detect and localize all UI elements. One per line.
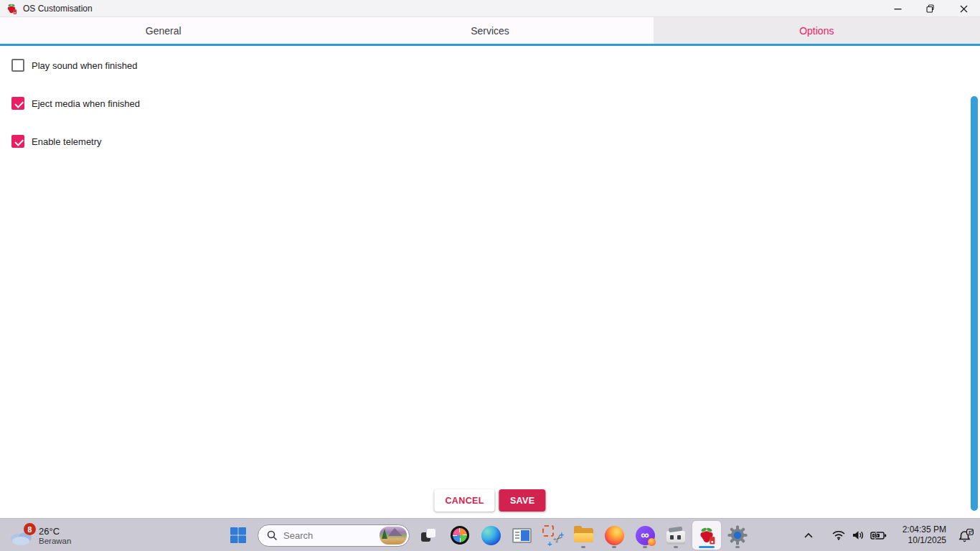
cloud-icon: 8 bbox=[9, 524, 34, 546]
weather-condition: Berawan bbox=[39, 537, 71, 545]
enable-telemetry-label[interactable]: Enable telemetry bbox=[32, 136, 102, 147]
folder-icon bbox=[574, 528, 593, 542]
bell-dnd-icon: z z bbox=[958, 529, 974, 542]
minimize-button[interactable] bbox=[881, 0, 914, 17]
raspberry-pi-imager-icon bbox=[697, 526, 716, 545]
taskbar: 8 26°C Berawan bbox=[0, 518, 980, 551]
close-icon bbox=[960, 5, 968, 13]
checkbox-row: Eject media when finished bbox=[11, 95, 980, 111]
save-button[interactable]: SAVE bbox=[499, 489, 546, 512]
tab-bar: General Services Options bbox=[0, 17, 980, 46]
start-button[interactable] bbox=[224, 521, 253, 550]
title-bar: OS Customisation bbox=[0, 0, 980, 17]
search-input[interactable] bbox=[283, 530, 377, 541]
settings-button[interactable] bbox=[723, 521, 752, 550]
private-browsing-button[interactable]: ∞ bbox=[631, 521, 659, 550]
taskbar-center: ✂++ ∞ bbox=[224, 519, 752, 551]
notification-center-button[interactable]: z z bbox=[954, 522, 977, 548]
tray-overflow-button[interactable] bbox=[799, 522, 818, 548]
color-wheel-app-button[interactable] bbox=[446, 521, 474, 550]
dialog-buttons: CANCEL SAVE bbox=[434, 489, 545, 512]
weather-widget[interactable]: 8 26°C Berawan bbox=[4, 521, 75, 550]
raspberry-pi-imager-icon bbox=[6, 3, 17, 14]
network-volume-battery-group[interactable] bbox=[828, 522, 890, 548]
screen: OS Customisation General Services Opt bbox=[0, 0, 980, 551]
wifi-icon bbox=[831, 529, 846, 541]
chevron-up-icon bbox=[803, 532, 814, 540]
task-view-button[interactable] bbox=[415, 521, 443, 550]
private-browsing-icon: ∞ bbox=[636, 526, 655, 545]
window-controls bbox=[881, 0, 980, 17]
checkbox-row: Enable telemetry bbox=[11, 133, 980, 149]
task-view-icon bbox=[419, 525, 439, 545]
battery-icon bbox=[870, 530, 887, 541]
eject-media-label[interactable]: Eject media when finished bbox=[32, 98, 140, 109]
firefox-button[interactable] bbox=[600, 521, 628, 550]
robot-app-button[interactable] bbox=[661, 521, 690, 550]
file-explorer-button[interactable] bbox=[569, 521, 598, 550]
tab-general[interactable]: General bbox=[0, 17, 326, 44]
restore-icon bbox=[926, 4, 935, 13]
tray-date: 10/1/2025 bbox=[903, 535, 946, 546]
search-icon bbox=[267, 530, 278, 541]
scrollbar[interactable] bbox=[971, 96, 978, 511]
tab-general-label: General bbox=[146, 25, 182, 37]
temperature: 26°C bbox=[39, 526, 71, 537]
tab-services-label: Services bbox=[471, 25, 509, 37]
window-preview-icon bbox=[512, 528, 532, 543]
volume-icon bbox=[852, 529, 864, 541]
options-list: Play sound when finished Eject media whe… bbox=[0, 48, 980, 149]
restore-button[interactable] bbox=[914, 0, 947, 17]
eject-media-checkbox[interactable] bbox=[11, 97, 24, 110]
window-preview-app-button[interactable] bbox=[507, 521, 536, 550]
clock[interactable]: 2:04:35 PM 10/1/2025 bbox=[895, 522, 954, 548]
weather-text: 26°C Berawan bbox=[39, 526, 71, 545]
firefox-icon bbox=[605, 526, 624, 545]
bing-daily-image bbox=[380, 527, 407, 545]
system-tray: 2:04:35 PM 10/1/2025 z z bbox=[799, 519, 980, 551]
minimize-icon bbox=[894, 5, 902, 13]
edge-button[interactable] bbox=[476, 521, 505, 550]
tray-time: 2:04:35 PM bbox=[903, 524, 946, 535]
options-page: Play sound when finished Eject media whe… bbox=[0, 48, 980, 518]
snipping-tool-icon: ✂++ bbox=[541, 524, 564, 547]
edge-icon bbox=[481, 526, 501, 545]
tab-options[interactable]: Options bbox=[654, 17, 980, 44]
windows-logo-icon bbox=[230, 527, 247, 544]
cancel-button[interactable]: CANCEL bbox=[434, 489, 494, 512]
window-title: OS Customisation bbox=[23, 4, 93, 14]
enable-telemetry-checkbox[interactable] bbox=[11, 135, 24, 148]
close-button[interactable] bbox=[947, 0, 980, 17]
play-sound-label[interactable]: Play sound when finished bbox=[32, 60, 137, 71]
notification-badge: 8 bbox=[24, 523, 36, 535]
checkbox-row: Play sound when finished bbox=[11, 57, 980, 73]
play-sound-checkbox[interactable] bbox=[11, 59, 24, 72]
tab-services[interactable]: Services bbox=[326, 17, 653, 44]
taskbar-search[interactable] bbox=[258, 524, 410, 547]
gear-icon bbox=[727, 525, 748, 545]
color-wheel-icon bbox=[451, 526, 469, 545]
raspberry-pi-imager-button[interactable] bbox=[692, 521, 721, 550]
robot-icon bbox=[666, 531, 685, 545]
tab-options-label: Options bbox=[799, 25, 834, 37]
snipping-tool-button[interactable]: ✂++ bbox=[538, 521, 567, 550]
